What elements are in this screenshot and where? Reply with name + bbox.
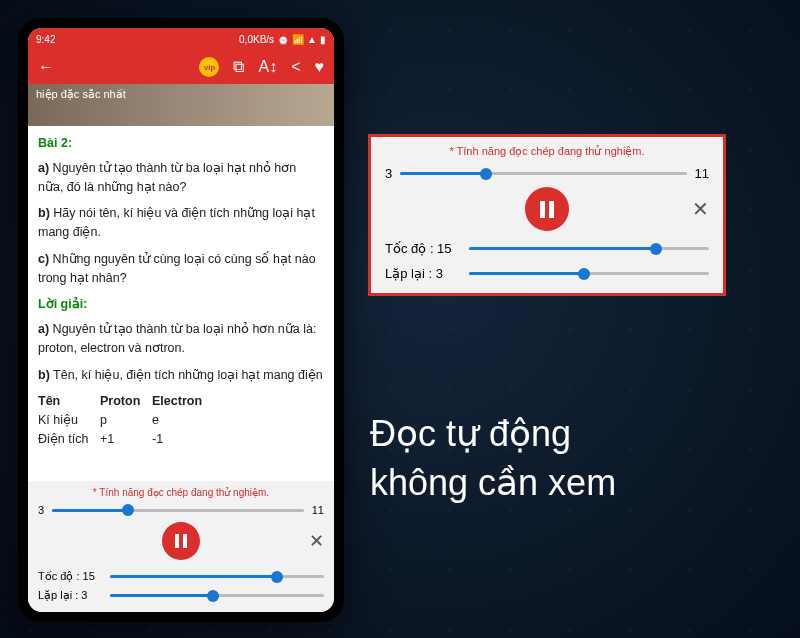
net-speed: 0,0KB/s: [239, 34, 274, 45]
repeat-label: Lặp lại : 3: [38, 589, 110, 602]
experimental-note: * Tính năng đọc chép đang thử nghiệm.: [38, 487, 324, 498]
feature-headline: Đọc tự động không cần xem: [370, 410, 616, 507]
question-a: a) Nguyên tử tạo thành từ ba loại hạt nh…: [38, 159, 324, 197]
status-icons: 0,0KB/s ⏰ 📶 ▲ ▮: [239, 34, 326, 45]
repeat-row: Lặp lại : 3: [38, 589, 324, 602]
progress-start: 3: [38, 504, 44, 516]
progress-slider[interactable]: [52, 509, 304, 512]
hero-banner: hiệp đặc sắc nhất: [28, 84, 334, 126]
callout-controls: ✕: [385, 187, 709, 231]
progress-end: 11: [312, 504, 324, 516]
status-bar: 9:42 0,0KB/s ⏰ 📶 ▲ ▮: [28, 28, 334, 50]
callout-player: * Tính năng đọc chép đang thử nghiệm. 3 …: [368, 134, 726, 296]
callout-note: * Tính năng đọc chép đang thử nghiệm.: [385, 145, 709, 158]
question-b: b) Hãy nói tên, kí hiệu và điện tích nhữ…: [38, 204, 324, 242]
repeat-slider[interactable]: [110, 594, 324, 597]
particle-table: TênProtonElectron Kí hiệupe Điện tích+1-…: [38, 392, 324, 448]
status-time: 9:42: [36, 34, 55, 45]
pause-button[interactable]: [162, 522, 200, 560]
callout-start: 3: [385, 166, 392, 181]
font-size-icon[interactable]: A↕: [258, 58, 277, 76]
speed-label: Tốc độ : 15: [38, 570, 110, 583]
callout-speed-label: Tốc độ : 15: [385, 241, 469, 256]
callout-progress-slider[interactable]: [400, 172, 686, 175]
callout-repeat-slider[interactable]: [469, 272, 709, 275]
answer-a: a) Nguyên tử tạo thành từ ba loại nhỏ hơ…: [38, 320, 324, 358]
wifi-icon: ▲: [307, 34, 317, 45]
phone-screen: 9:42 0,0KB/s ⏰ 📶 ▲ ▮ ← vip ⧉ A↕ < ♥ hiệp…: [28, 28, 334, 612]
progress-row: 3 11: [38, 504, 324, 516]
callout-pause-button[interactable]: [525, 187, 569, 231]
app-toolbar: ← vip ⧉ A↕ < ♥: [28, 50, 334, 84]
heart-icon[interactable]: ♥: [315, 58, 325, 76]
back-icon[interactable]: ←: [38, 58, 54, 76]
lesson-content[interactable]: Bài 2: a) Nguyên tử tạo thành từ ba loại…: [28, 126, 334, 481]
callout-end: 11: [695, 166, 709, 181]
copy-icon[interactable]: ⧉: [233, 58, 244, 76]
banner-text: hiệp đặc sắc nhất: [36, 88, 126, 100]
callout-repeat-label: Lặp lại : 3: [385, 266, 469, 281]
solution-heading: Lời giải:: [38, 295, 324, 314]
callout-pause-icon: [540, 201, 554, 218]
share-icon[interactable]: <: [291, 58, 300, 76]
lesson-title: Bài 2:: [38, 134, 324, 153]
speed-slider[interactable]: [110, 575, 324, 578]
headline-line-2: không cần xem: [370, 459, 616, 508]
close-icon[interactable]: ✕: [309, 530, 324, 552]
player-controls: ✕: [38, 522, 324, 560]
callout-speed-row: Tốc độ : 15: [385, 241, 709, 256]
question-c: c) Những nguyên tử cùng loại có cùng số …: [38, 250, 324, 288]
speed-row: Tốc độ : 15: [38, 570, 324, 583]
battery-icon: ▮: [320, 34, 326, 45]
callout-speed-slider[interactable]: [469, 247, 709, 250]
audio-player: * Tính năng đọc chép đang thử nghiệm. 3 …: [28, 481, 334, 612]
callout-repeat-row: Lặp lại : 3: [385, 266, 709, 281]
phone-frame: 9:42 0,0KB/s ⏰ 📶 ▲ ▮ ← vip ⧉ A↕ < ♥ hiệp…: [18, 18, 344, 622]
headline-line-1: Đọc tự động: [370, 410, 616, 459]
callout-progress-row: 3 11: [385, 166, 709, 181]
signal-icon: 📶: [292, 34, 304, 45]
alarm-icon: ⏰: [277, 34, 289, 45]
pause-icon: [175, 534, 187, 548]
vip-badge[interactable]: vip: [199, 57, 219, 77]
answer-b: b) Tên, kí hiệu, điện tích những loại hạ…: [38, 366, 324, 385]
callout-close-icon[interactable]: ✕: [692, 197, 709, 221]
